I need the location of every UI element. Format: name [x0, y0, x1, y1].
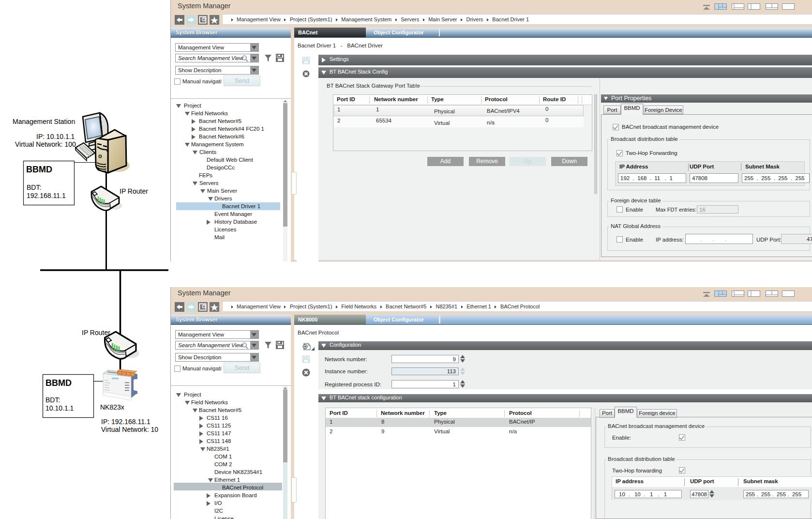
svg-text:NK823x: NK823x	[100, 403, 124, 411]
svg-text:BDT:: BDT:	[27, 183, 41, 191]
svg-text:BDT:: BDT:	[45, 396, 60, 404]
svg-text:Virtual Network: 10: Virtual Network: 10	[101, 426, 158, 433]
svg-text:Management Station: Management Station	[13, 118, 75, 125]
svg-text:IP Router: IP Router	[82, 329, 110, 336]
svg-text:IP Router: IP Router	[120, 187, 148, 195]
svg-text:Virtual Network: 100: Virtual Network: 100	[15, 140, 76, 148]
svg-text:BBMD: BBMD	[45, 378, 72, 388]
svg-text:IP: 10.10.1.1: IP: 10.10.1.1	[36, 133, 75, 140]
svg-text:IP: 192.168.11.1: IP: 192.168.11.1	[101, 418, 150, 426]
svg-text:BBMD: BBMD	[26, 165, 52, 174]
svg-text:192.168.11.1: 192.168.11.1	[27, 192, 66, 199]
svg-text:10.10.1.1: 10.10.1.1	[45, 404, 74, 412]
